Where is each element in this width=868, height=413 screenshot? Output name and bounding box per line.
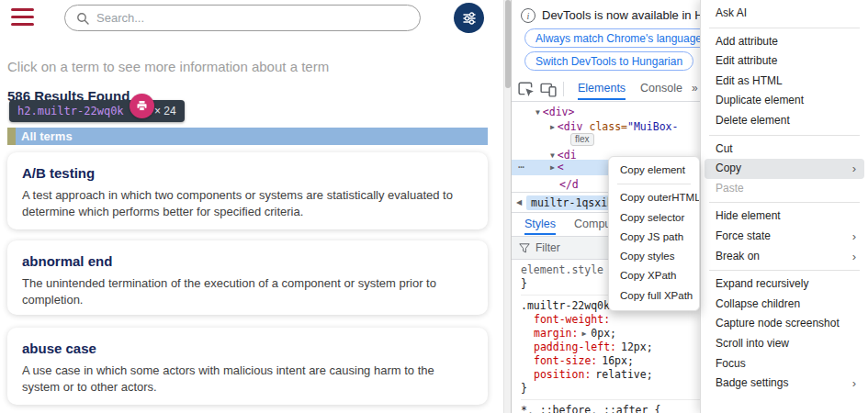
twisty-expanded-icon[interactable]: ▼ xyxy=(535,108,540,117)
flex-badge[interactable]: flex xyxy=(570,133,594,146)
tab-elements[interactable]: Elements xyxy=(578,76,626,100)
menu-item-copy-outerhtml[interactable]: Copy outerHTML xyxy=(609,188,699,207)
term-definition: The unintended termination of the execut… xyxy=(22,275,474,309)
menu-item-collapse-children[interactable]: Collapse children xyxy=(705,295,864,315)
dom-closing-tag[interactable]: </d xyxy=(559,177,579,192)
brace: { xyxy=(654,404,660,413)
css-selector: *, ::before, ::after xyxy=(521,404,648,413)
menu-separator xyxy=(617,184,691,184)
menu-item-copy[interactable]: Copy› xyxy=(705,159,864,179)
screen: Click on a term to see more information … xyxy=(0,0,868,413)
switch-devtools-hungarian-button[interactable]: Switch DevTools to Hungarian xyxy=(524,51,693,71)
menu-item-copy-full-xpath[interactable]: Copy full XPath xyxy=(609,286,699,306)
term-definition: A test approach in which two components … xyxy=(22,187,474,221)
menu-item-focus[interactable]: Focus xyxy=(705,354,864,374)
submenu-arrow-icon: › xyxy=(852,227,856,247)
search-icon xyxy=(76,12,89,25)
inspect-tooltip: h2.muiltr-22wq0k 662 × 24 xyxy=(9,100,185,122)
copy-submenu: Copy element Copy outerHTML Copy selecto… xyxy=(608,156,700,311)
menu-item-capture-node-screenshot[interactable]: Capture node screenshot xyxy=(705,314,864,334)
menu-item-cut[interactable]: Cut xyxy=(705,140,864,160)
printer-icon xyxy=(136,100,148,112)
term-title: A/B testing xyxy=(22,165,473,181)
hamburger-bar xyxy=(11,8,34,11)
menu-item-paste: Paste xyxy=(705,179,864,199)
term-card-abnormal-end[interactable]: abnormal end The unintended termination … xyxy=(7,240,488,315)
tab-styles[interactable]: Styles xyxy=(524,213,556,235)
dom-attr-name: class= xyxy=(589,120,627,133)
node-overflow-menu-icon[interactable]: ⋯ xyxy=(518,160,525,175)
menu-item-delete-element[interactable]: Delete element xyxy=(705,111,864,131)
menu-item-edit-attribute[interactable]: Edit attribute xyxy=(705,51,864,72)
menu-item-copy-selector[interactable]: Copy selector xyxy=(609,208,699,228)
dom-attr-value: "MuiBox- xyxy=(627,120,678,133)
term-title: abnormal end xyxy=(22,253,473,269)
submenu-arrow-icon: › xyxy=(852,374,856,394)
menu-item-duplicate-element[interactable]: Duplicate element xyxy=(705,91,864,111)
property-value: 12px; xyxy=(621,340,653,353)
menu-item-break-on[interactable]: Break on› xyxy=(705,247,864,267)
menu-item-force-state[interactable]: Force state› xyxy=(705,227,864,247)
menu-item-hide-element[interactable]: Hide element xyxy=(705,206,864,227)
more-tabs-icon[interactable]: » xyxy=(692,76,698,101)
property-name: margin: xyxy=(534,327,578,340)
dom-tag: <div> xyxy=(543,106,575,118)
tab-console[interactable]: Console xyxy=(640,76,682,100)
dom-node[interactable]: ▼<div> xyxy=(535,105,574,119)
property-value: relative; xyxy=(595,368,652,381)
menu-item-expand-recursively[interactable]: Expand recursively xyxy=(705,274,864,295)
menu-item-add-attribute[interactable]: Add attribute xyxy=(705,32,864,52)
menu-separator xyxy=(709,28,860,28)
brace: } xyxy=(521,277,527,290)
search-input[interactable] xyxy=(96,11,409,25)
submenu-arrow-icon: › xyxy=(852,247,856,267)
search-box[interactable] xyxy=(64,5,421,31)
filter-settings-button[interactable] xyxy=(454,3,484,33)
menu-item-scroll-into-view[interactable]: Scroll into view xyxy=(705,334,864,354)
brace: } xyxy=(521,382,527,395)
property-name: font-size: xyxy=(534,354,597,367)
dom-tag: < xyxy=(558,161,564,173)
twisty-expanded-icon[interactable]: ▼ xyxy=(550,151,555,160)
menu-item-badge-settings[interactable]: Badge settings› xyxy=(705,374,864,394)
shorthand-expander-icon[interactable]: ▶ xyxy=(581,329,586,338)
menu-separator xyxy=(709,270,860,271)
property-name: font-weight: xyxy=(534,313,610,326)
term-card-abuse-case[interactable]: abuse case A use case in which some acto… xyxy=(7,328,488,405)
breadcrumb-scroll-left-icon[interactable]: ◀ xyxy=(512,198,526,206)
menu-item-edit-as-html[interactable]: Edit as HTML xyxy=(705,72,864,92)
property-name: padding-left: xyxy=(534,340,616,353)
twisty-collapsed-icon[interactable]: ▶ xyxy=(550,163,555,172)
menu-item-label: Force state xyxy=(716,229,771,242)
section-header-all-terms: All terms xyxy=(7,128,488,145)
page-scrollbar[interactable] xyxy=(503,0,511,413)
menu-separator xyxy=(709,202,860,203)
term-card-ab-testing[interactable]: A/B testing A test approach in which two… xyxy=(7,152,488,229)
match-chrome-language-button[interactable]: Always match Chrome's language xyxy=(524,28,713,48)
info-icon: i xyxy=(521,8,535,23)
twisty-collapsed-icon[interactable]: ▶ xyxy=(550,123,555,131)
property-value: 16px; xyxy=(602,354,634,367)
property-name: position: xyxy=(534,368,591,381)
section-header-label: All terms xyxy=(16,128,488,145)
hamburger-bar xyxy=(11,16,34,18)
menu-item-copy-styles[interactable]: Copy styles xyxy=(609,247,699,266)
inspect-element-icon[interactable] xyxy=(518,81,535,97)
menu-item-label: Copy xyxy=(716,162,741,174)
tooltip-selector: h2.muiltr-22wq0k xyxy=(17,105,124,117)
dom-node[interactable]: ▶<div class="MuiBox- xyxy=(550,119,678,134)
hamburger-menu-icon[interactable] xyxy=(11,8,34,26)
menu-item-label: Break on xyxy=(716,250,760,262)
css-selector: element.style xyxy=(521,263,603,276)
tabbar-divider xyxy=(563,82,564,96)
menu-item-copy-xpath[interactable]: Copy XPath xyxy=(609,266,699,285)
funnel-icon xyxy=(519,243,530,253)
inspect-padding-highlight xyxy=(7,128,16,145)
device-toolbar-icon[interactable] xyxy=(540,81,557,97)
print-button[interactable] xyxy=(130,94,154,118)
menu-item-ask-ai[interactable]: Ask AI xyxy=(705,4,864,24)
menu-item-copy-element[interactable]: Copy element xyxy=(609,161,699,180)
menu-item-copy-js-path[interactable]: Copy JS path xyxy=(609,228,699,247)
dom-tag: <div xyxy=(558,120,583,133)
css-selector: .muiltr-22wq0k xyxy=(521,299,610,312)
